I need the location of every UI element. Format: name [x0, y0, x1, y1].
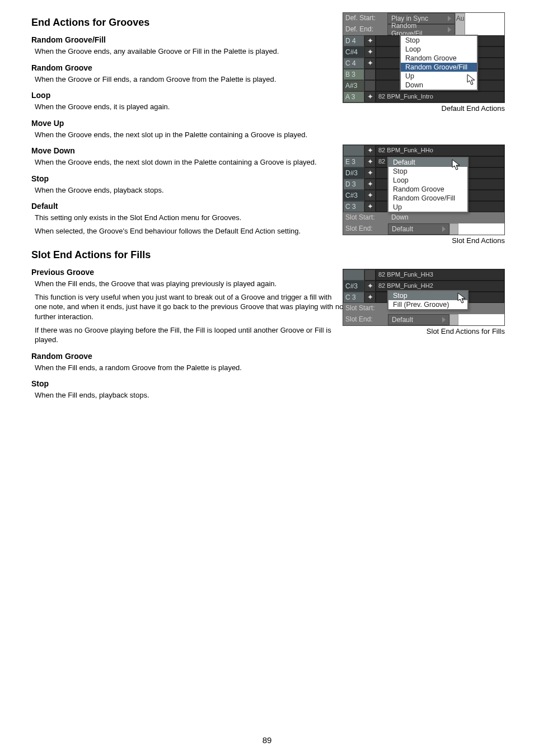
- slot-button[interactable]: [364, 69, 376, 80]
- slot-button[interactable]: ✦: [364, 281, 376, 292]
- menu-item[interactable]: Fill (Prev. Groove): [388, 300, 467, 309]
- piano-key[interactable]: [343, 145, 364, 156]
- slot-button[interactable]: ✦: [364, 58, 376, 69]
- heading: Loop: [31, 91, 345, 100]
- paragraph: When the Groove ends, it is played again…: [35, 102, 345, 112]
- piano-key[interactable]: E 3: [343, 156, 364, 167]
- slot-button[interactable]: ✦: [364, 167, 376, 179]
- figure-default-end-actions: Def. Start: Play in Sync Au Def. End: Ra…: [343, 12, 505, 113]
- piano-key[interactable]: C#3: [343, 281, 364, 292]
- menu-item[interactable]: Loop: [388, 176, 467, 185]
- paragraph: When selected, the Groove's End behaviou…: [35, 226, 345, 236]
- clip-slot[interactable]: 82 BPM_Funk_HH3: [376, 269, 504, 281]
- def-end-dropdown[interactable]: Random Groove/Fil: [388, 24, 455, 35]
- dropdown-icon: [442, 317, 446, 323]
- dropdown-icon: [448, 27, 451, 32]
- heading: Default: [31, 202, 345, 211]
- cursor-icon: [457, 292, 467, 307]
- figure1-caption: Default End Actions: [343, 104, 505, 113]
- paragraph: When the Groove ends, the next slot up i…: [35, 130, 345, 140]
- heading: Random Groove: [31, 352, 345, 361]
- piano-key[interactable]: C#3: [343, 190, 364, 201]
- section2-title: Slot End Actions for Fills: [31, 249, 345, 261]
- piano-key[interactable]: C 3: [343, 292, 364, 303]
- menu-item-selected[interactable]: Random Groove/Fill: [401, 63, 477, 72]
- slot-button[interactable]: ✦: [364, 179, 376, 190]
- paragraph: If there was no Groove playing before th…: [35, 325, 345, 345]
- menu-item-selected[interactable]: Stop: [388, 291, 467, 300]
- slot-end-label: Slot End:: [343, 314, 388, 325]
- slot-button[interactable]: ✦: [364, 145, 376, 156]
- corner: [449, 223, 458, 235]
- paragraph: This function is very useful when you ju…: [35, 292, 345, 322]
- piano-key[interactable]: D 3: [343, 179, 364, 190]
- piano-key[interactable]: B 3: [343, 69, 364, 80]
- menu-item[interactable]: Up: [388, 203, 467, 212]
- figure2-caption: Slot End Actions: [343, 236, 505, 245]
- paragraph: When the Groove ends, any available Groo…: [35, 46, 345, 57]
- menu-item[interactable]: Down: [401, 81, 477, 90]
- fill-end-menu[interactable]: Stop Fill (Prev. Groove): [387, 290, 469, 310]
- left-text-column: End Actions for Grooves Random Groove/Fi…: [31, 17, 345, 400]
- piano-key[interactable]: C 4: [343, 58, 364, 69]
- paragraph: When the Fill ends, playback stops.: [35, 390, 345, 400]
- dropdown-icon: [448, 16, 451, 21]
- menu-item[interactable]: Up: [401, 72, 477, 81]
- cursor-icon: [467, 74, 477, 88]
- slot-start-label: Slot Start:: [343, 212, 388, 223]
- slot-button[interactable]: ✦: [364, 292, 376, 303]
- piano-key[interactable]: A 3: [343, 91, 364, 102]
- slot-button[interactable]: [364, 269, 376, 281]
- paragraph: When the Fill ends, the Groove that was …: [35, 279, 345, 289]
- end-action-menu[interactable]: Stop Loop Random Groove Random Groove/Fi…: [400, 35, 478, 91]
- slot-end-dropdown[interactable]: Default: [388, 314, 449, 325]
- corner: [449, 314, 458, 325]
- heading: Move Up: [31, 119, 345, 128]
- heading: Previous Groove: [31, 268, 345, 277]
- def-end-label: Def. End:: [343, 24, 388, 35]
- figure3-caption: Slot End Actions for Fills: [343, 327, 505, 335]
- slot-end-label: Slot End:: [343, 223, 388, 235]
- heading: Random Groove/Fill: [31, 35, 345, 44]
- slot-button[interactable]: ✦: [364, 190, 376, 201]
- slot-button[interactable]: ✦: [364, 201, 376, 212]
- piano-key[interactable]: C 3: [343, 201, 364, 212]
- def-start-label: Def. Start:: [343, 13, 388, 24]
- slot-start-label: Slot Start:: [343, 303, 388, 314]
- paragraph: When the Fill ends, a random Groove from…: [35, 363, 345, 373]
- dropdown-icon: [442, 226, 446, 232]
- piano-key[interactable]: C#4: [343, 46, 364, 58]
- cursor-icon: [452, 159, 462, 174]
- heading: Random Groove: [31, 63, 345, 72]
- paragraph: When the Groove or Fill ends, a random G…: [35, 74, 345, 85]
- piano-key[interactable]: [343, 269, 364, 281]
- menu-item[interactable]: Random Groove: [401, 54, 477, 63]
- clip-slot[interactable]: 82 BPM_Funk_Intro: [376, 91, 504, 102]
- paragraph: When the Groove ends, the next slot down…: [35, 157, 345, 167]
- slot-start-value[interactable]: Down: [388, 212, 504, 223]
- paragraph: This setting only exists in the Slot End…: [35, 213, 345, 223]
- section1-title: End Actions for Grooves: [31, 17, 345, 29]
- au-button[interactable]: Au: [455, 13, 465, 35]
- menu-item[interactable]: Random Groove: [388, 185, 467, 194]
- slot-button[interactable]: ✦: [364, 35, 376, 46]
- piano-key[interactable]: D#3: [343, 167, 364, 179]
- slot-button[interactable]: [364, 80, 376, 91]
- menu-item[interactable]: Random Groove/Fill: [388, 194, 467, 203]
- figure-slot-end-actions: ✦82 BPM_Funk_HHo E 3✦82 BPM_Funk_HHo D#3…: [343, 144, 505, 245]
- piano-key[interactable]: A#3: [343, 80, 364, 91]
- paragraph: When the Groove ends, playback stops.: [35, 185, 345, 195]
- slot-button[interactable]: ✦: [364, 156, 376, 167]
- clip-slot[interactable]: 82 BPM_Funk_HHo: [376, 145, 504, 156]
- figure-slot-end-actions-fills: 82 BPM_Funk_HH3 C#3✦82 BPM_Funk_HH2 C 3✦…: [343, 269, 505, 335]
- slot-button[interactable]: ✦: [364, 46, 376, 58]
- slot-button[interactable]: ✦: [364, 91, 376, 102]
- heading: Stop: [31, 379, 345, 388]
- heading: Stop: [31, 174, 345, 183]
- menu-item[interactable]: Loop: [401, 45, 477, 54]
- page-number: 89: [0, 735, 534, 745]
- piano-key[interactable]: D 4: [343, 35, 364, 46]
- heading: Move Down: [31, 146, 345, 155]
- slot-end-dropdown[interactable]: Default: [388, 223, 449, 235]
- menu-item[interactable]: Stop: [401, 36, 477, 45]
